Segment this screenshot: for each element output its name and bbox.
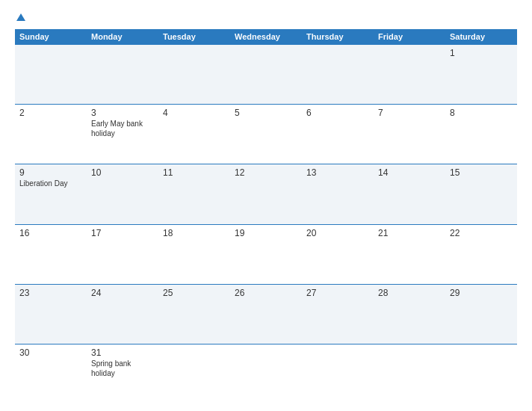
event-label: Liberation Day — [19, 179, 82, 188]
day-number: 5 — [235, 108, 297, 118]
day-number: 15 — [450, 167, 513, 178]
header-wednesday: Wednesday — [230, 29, 302, 44]
day-number: 4 — [163, 108, 226, 118]
calendar-week-4: 16171819202122 — [15, 224, 517, 284]
calendar-cell: 24 — [87, 285, 158, 344]
event-label: Early May bank holiday — [91, 119, 154, 138]
day-number: 13 — [306, 167, 369, 178]
day-number: 22 — [450, 228, 513, 238]
logo — [15, 13, 25, 22]
calendar-cell: 29 — [445, 285, 517, 344]
calendar-cell: 4 — [158, 105, 230, 164]
calendar-cell: 20 — [302, 225, 374, 284]
day-number: 28 — [378, 288, 441, 298]
day-number: 9 — [19, 167, 82, 178]
header-tuesday: Tuesday — [158, 29, 230, 44]
calendar-cell: 8 — [445, 105, 517, 164]
calendar-cell: 6 — [302, 105, 374, 164]
calendar-cell — [158, 344, 230, 404]
calendar-cell: 23 — [15, 285, 87, 344]
calendar-cell: 12 — [230, 164, 302, 223]
day-number: 24 — [91, 288, 154, 298]
day-number: 30 — [19, 347, 82, 358]
calendar-page: Sunday Monday Tuesday Wednesday Thursday… — [0, 0, 532, 411]
calendar-cell: 26 — [230, 285, 302, 344]
day-number: 27 — [306, 288, 369, 298]
day-number: 19 — [235, 228, 297, 238]
day-number: 11 — [163, 167, 226, 178]
day-number: 18 — [163, 228, 226, 238]
calendar-cell: 16 — [15, 225, 87, 284]
calendar-cell — [230, 344, 302, 404]
calendar-cell: 3Early May bank holiday — [87, 105, 158, 164]
calendar-cell — [158, 45, 230, 104]
header-sunday: Sunday — [15, 29, 87, 44]
calendar-cell: 1 — [445, 45, 517, 104]
calendar-cell — [15, 45, 87, 104]
calendar-cell: 27 — [302, 285, 374, 344]
calendar-cell — [445, 344, 517, 404]
calendar-cell: 21 — [374, 225, 445, 284]
day-number: 16 — [19, 228, 82, 238]
calendar-cell: 19 — [230, 225, 302, 284]
calendar-week-1: 1 — [15, 44, 517, 104]
logo-triangle-icon — [16, 13, 25, 21]
calendar-cell: 15 — [445, 164, 517, 223]
calendar-cell: 22 — [445, 225, 517, 284]
calendar-cell: 11 — [158, 164, 230, 223]
calendar-cell: 5 — [230, 105, 302, 164]
calendar-cell: 14 — [374, 164, 445, 223]
day-number: 25 — [163, 288, 226, 298]
page-header — [15, 13, 517, 22]
calendar-cell: 13 — [302, 164, 374, 223]
day-number: 26 — [235, 288, 297, 298]
calendar-cell — [374, 45, 445, 104]
header-thursday: Thursday — [302, 29, 374, 44]
calendar-body: 123Early May bank holiday456789Liberatio… — [15, 44, 517, 404]
calendar-cell: 25 — [158, 285, 230, 344]
calendar-cell — [230, 45, 302, 104]
calendar-cell: 2 — [15, 105, 87, 164]
calendar-cell: 17 — [87, 225, 158, 284]
calendar-cell: 9Liberation Day — [15, 164, 87, 223]
day-number: 23 — [19, 288, 82, 298]
calendar-cell — [87, 45, 158, 104]
day-number: 10 — [91, 167, 154, 178]
calendar-cell: 28 — [374, 285, 445, 344]
day-number: 31 — [91, 347, 154, 358]
calendar-cell: 10 — [87, 164, 158, 223]
day-number: 14 — [378, 167, 441, 178]
day-number: 3 — [91, 108, 154, 118]
day-number: 7 — [378, 108, 441, 118]
calendar-week-5: 23242526272829 — [15, 284, 517, 344]
day-number: 17 — [91, 228, 154, 238]
day-number: 2 — [19, 108, 82, 118]
day-number: 21 — [378, 228, 441, 238]
day-number: 8 — [450, 108, 513, 118]
calendar-cell: 7 — [374, 105, 445, 164]
calendar-cell — [374, 344, 445, 404]
calendar-cell — [302, 344, 374, 404]
calendar-cell: 18 — [158, 225, 230, 284]
day-number: 20 — [306, 228, 369, 238]
day-number: 12 — [235, 167, 297, 178]
calendar-cell: 31Spring bank holiday — [87, 344, 158, 404]
header-monday: Monday — [87, 29, 158, 44]
calendar-week-2: 23Early May bank holiday45678 — [15, 104, 517, 164]
day-number: 6 — [306, 108, 369, 118]
calendar-week-6: 3031Spring bank holiday — [15, 344, 517, 404]
calendar-cell — [302, 45, 374, 104]
header-saturday: Saturday — [445, 29, 517, 44]
logo-blue-text — [15, 13, 25, 22]
calendar-header: Sunday Monday Tuesday Wednesday Thursday… — [15, 29, 517, 44]
calendar-cell: 30 — [15, 344, 87, 404]
day-number: 1 — [450, 48, 513, 58]
calendar: Sunday Monday Tuesday Wednesday Thursday… — [15, 29, 517, 404]
day-number: 29 — [450, 288, 513, 298]
header-friday: Friday — [374, 29, 445, 44]
event-label: Spring bank holiday — [91, 359, 154, 378]
calendar-week-3: 9Liberation Day101112131415 — [15, 164, 517, 223]
